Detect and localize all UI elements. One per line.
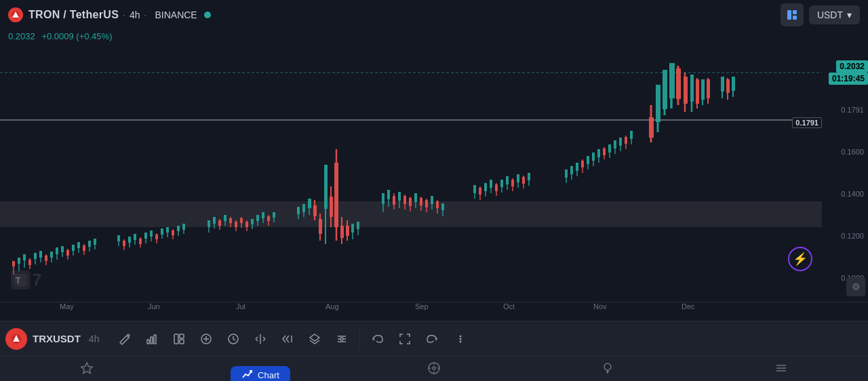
time-label-nov: Nov [593, 302, 607, 310]
svg-rect-119 [387, 190, 390, 199]
nav-explore[interactable]: Explore [347, 357, 521, 382]
svg-rect-45 [128, 237, 131, 243]
toolbar-divider [359, 329, 360, 348]
svg-point-239 [340, 338, 343, 340]
current-time-label: 01:19:45 [829, 73, 868, 85]
svg-rect-9 [12, 261, 15, 266]
svg-rect-93 [297, 207, 300, 214]
svg-rect-29 [66, 250, 69, 256]
nav-watchlist[interactable]: Watchlist [0, 357, 174, 382]
draw-button[interactable] [113, 327, 137, 351]
more-button[interactable] [448, 327, 473, 351]
svg-rect-117 [382, 193, 384, 204]
svg-rect-57 [161, 228, 163, 235]
svg-rect-161 [528, 173, 530, 180]
currency-selector[interactable]: USDT ▾ [809, 5, 860, 24]
svg-rect-21 [45, 256, 47, 261]
flash-button[interactable]: ⚡ [788, 247, 812, 271]
svg-rect-169 [581, 161, 584, 167]
current-price: 0.2032 [8, 31, 35, 41]
fullscreen-button[interactable] [393, 327, 417, 351]
layout-button-toolbar[interactable] [167, 327, 191, 351]
svg-rect-13 [23, 254, 26, 260]
svg-rect-191 [656, 85, 660, 122]
svg-rect-155 [511, 180, 514, 186]
svg-rect-137 [436, 201, 439, 208]
svg-rect-127 [409, 198, 412, 206]
price-label-01791: 0.1791 [822, 106, 868, 114]
toolbar-timeframe: 4h [89, 334, 100, 344]
add-indicator-button[interactable] [194, 327, 218, 351]
svg-rect-185 [625, 137, 627, 144]
svg-rect-151 [500, 180, 503, 187]
chart-settings-button[interactable]: ⚙ [846, 277, 865, 296]
svg-rect-69 [213, 217, 216, 224]
price-change: +0.0009 (+0.45%) [41, 31, 112, 41]
svg-rect-147 [490, 180, 492, 188]
svg-rect-35 [83, 245, 85, 251]
svg-rect-81 [245, 222, 248, 227]
svg-rect-101 [319, 219, 322, 234]
depth-button[interactable] [248, 327, 273, 351]
svg-rect-71 [218, 220, 221, 226]
clock-button[interactable] [221, 327, 245, 351]
svg-rect-115 [357, 222, 359, 229]
svg-rect-73 [224, 215, 226, 221]
redo-button[interactable] [420, 327, 444, 351]
exchange-label: BINANCE [155, 9, 197, 20]
svg-rect-105 [330, 197, 333, 217]
svg-rect-193 [663, 70, 667, 109]
menu-icon [774, 361, 788, 378]
svg-rect-43 [123, 241, 125, 246]
svg-rect-209 [721, 77, 724, 92]
svg-rect-167 [576, 163, 578, 171]
svg-rect-97 [308, 199, 311, 208]
svg-rect-219 [147, 340, 149, 344]
chart-type-button[interactable] [140, 327, 164, 351]
svg-rect-207 [707, 79, 710, 98]
price-chart[interactable] [0, 44, 822, 302]
svg-rect-189 [649, 117, 654, 138]
svg-rect-65 [182, 224, 185, 230]
time-label-dec: Dec [682, 302, 695, 310]
nav-menu[interactable]: Menu [694, 357, 868, 382]
svg-point-251 [604, 363, 611, 370]
svg-rect-91 [273, 212, 275, 218]
nav-chart[interactable]: Chart [174, 362, 347, 382]
svg-rect-2 [787, 10, 791, 20]
layout-button[interactable] [781, 3, 804, 26]
svg-rect-133 [425, 200, 428, 207]
svg-rect-85 [256, 215, 259, 221]
svg-rect-63 [177, 226, 180, 231]
time-label-aug: Aug [326, 302, 339, 310]
undo-button[interactable] [366, 327, 390, 351]
separator-1: · [123, 9, 125, 20]
symbol-title: TRON / TetherUS [28, 9, 119, 21]
chart-nav-label: Chart [258, 370, 279, 380]
header: TRON / TetherUS · 4h · BINANCE USDT ▾ [0, 0, 868, 30]
header-timeframe: 4h [130, 9, 140, 20]
chart-toolbar: TRXUSDT 4h [0, 321, 868, 356]
layers-button[interactable] [302, 327, 327, 351]
svg-rect-223 [180, 334, 184, 338]
svg-point-241 [460, 335, 462, 337]
svg-rect-201 [690, 75, 694, 102]
price-line: 0.2032 +0.0009 (+0.45%) [0, 30, 868, 44]
chart-container[interactable]: 0.2000 0.1791 0.1600 0.1400 0.1200 0.100… [0, 44, 868, 302]
svg-rect-33 [77, 242, 80, 248]
replay-button[interactable] [275, 327, 300, 351]
live-indicator [204, 12, 211, 18]
svg-rect-53 [150, 230, 153, 237]
settings-button[interactable] [330, 327, 354, 351]
svg-rect-224 [180, 340, 184, 344]
time-label-may: May [60, 302, 74, 310]
svg-rect-15 [28, 260, 31, 265]
time-label-jul: Jul [236, 302, 245, 310]
svg-rect-183 [619, 138, 622, 146]
current-price-label: 0.2032 [836, 60, 868, 73]
toolbar-symbol: TRXUSDT [33, 333, 81, 344]
nav-ideas[interactable]: Ideas [521, 357, 694, 382]
svg-rect-107 [334, 163, 338, 227]
svg-marker-235 [310, 334, 319, 341]
chart-nav-icon [241, 368, 254, 382]
